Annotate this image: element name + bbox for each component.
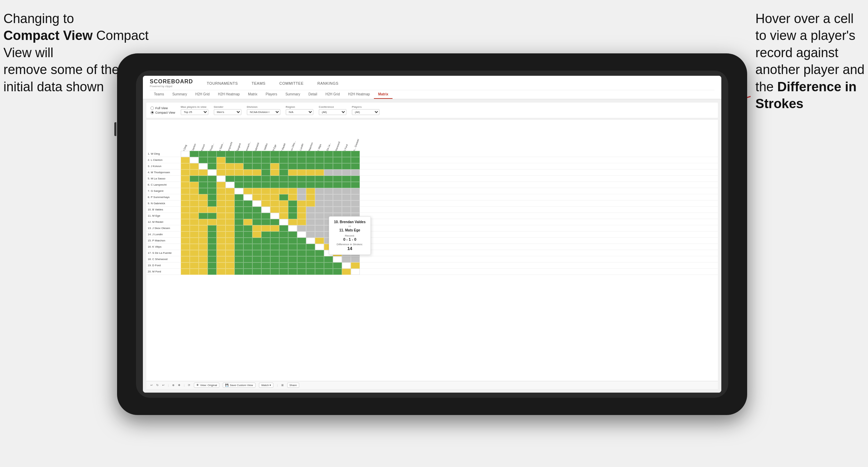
cell-20-7[interactable] [234, 269, 243, 275]
cell-4-19[interactable] [342, 169, 351, 176]
cell-15-6[interactable] [226, 238, 234, 244]
tab-summary-2[interactable]: Summary [281, 90, 304, 99]
cell-17-7[interactable] [234, 250, 243, 256]
cell-12-16[interactable] [315, 219, 324, 225]
cell-8-17[interactable] [324, 194, 333, 200]
cell-16-15[interactable] [306, 244, 315, 250]
cell-9-19[interactable] [342, 200, 351, 207]
cell-13-8[interactable] [243, 225, 252, 231]
cell-17-4[interactable] [208, 250, 217, 256]
cell-13-9[interactable] [252, 225, 261, 231]
cell-5-18[interactable] [333, 176, 342, 182]
cell-5-8[interactable] [243, 176, 252, 182]
cell-15-3[interactable] [199, 238, 208, 244]
cell-19-11[interactable] [270, 262, 279, 269]
cell-20-18[interactable] [333, 269, 342, 275]
cell-17-12[interactable] [279, 250, 288, 256]
compact-view-radio[interactable] [150, 111, 154, 114]
cell-10-19[interactable] [342, 207, 351, 213]
cell-19-13[interactable] [288, 262, 297, 269]
cell-20-3[interactable] [199, 269, 208, 275]
cell-13-1[interactable] [181, 225, 190, 231]
cell-7-11[interactable] [270, 188, 279, 194]
cell-14-8[interactable] [243, 231, 252, 238]
cell-8-3[interactable] [199, 194, 208, 200]
cell-2-10[interactable] [261, 157, 270, 163]
cell-4-20[interactable] [351, 169, 360, 176]
cell-7-2[interactable] [190, 188, 199, 194]
cell-20-19[interactable] [342, 269, 351, 275]
cell-12-3[interactable] [199, 219, 208, 225]
cell-15-7[interactable] [234, 238, 243, 244]
cell-11-15[interactable] [306, 213, 315, 219]
cell-13-4[interactable] [208, 225, 217, 231]
cell-10-16[interactable] [315, 207, 324, 213]
cell-9-20[interactable] [351, 200, 360, 207]
cell-19-14[interactable] [297, 262, 306, 269]
toolbar-back-icon[interactable]: ↩ [162, 384, 165, 387]
cell-6-3[interactable] [199, 182, 208, 188]
cell-12-10[interactable] [261, 219, 270, 225]
cell-6-12[interactable] [279, 182, 288, 188]
cell-11-3[interactable] [199, 213, 208, 219]
cell-4-10[interactable] [261, 169, 270, 176]
cell-15-15[interactable] [306, 238, 315, 244]
cell-5-16[interactable] [315, 176, 324, 182]
toolbar-layout-icon[interactable]: ⊞ [281, 384, 284, 387]
cell-3-4[interactable] [208, 163, 217, 169]
division-select[interactable]: NCAA Division I [247, 109, 280, 115]
cell-1-19[interactable] [342, 151, 351, 157]
cell-3-11[interactable] [270, 163, 279, 169]
cell-16-12[interactable] [279, 244, 288, 250]
cell-20-8[interactable] [243, 269, 252, 275]
cell-3-10[interactable] [261, 163, 270, 169]
cell-19-2[interactable] [190, 262, 199, 269]
cell-11-6[interactable] [226, 213, 234, 219]
cell-8-19[interactable] [342, 194, 351, 200]
cell-7-6[interactable] [226, 188, 234, 194]
cell-2-7[interactable] [234, 157, 243, 163]
cell-12-15[interactable] [306, 219, 315, 225]
cell-4-13[interactable] [288, 169, 297, 176]
cell-7-1[interactable] [181, 188, 190, 194]
cell-16-9[interactable] [252, 244, 261, 250]
cell-2-3[interactable] [199, 157, 208, 163]
cell-2-19[interactable] [342, 157, 351, 163]
cell-2-2[interactable] [190, 157, 199, 163]
cell-17-14[interactable] [297, 250, 306, 256]
cell-12-6[interactable] [226, 219, 234, 225]
cell-13-11[interactable] [270, 225, 279, 231]
cell-19-4[interactable] [208, 262, 217, 269]
save-custom-btn[interactable]: 💾 Save Custom View [223, 383, 255, 388]
cell-18-17[interactable] [324, 256, 333, 262]
cell-7-4[interactable] [208, 188, 217, 194]
cell-9-5[interactable] [217, 200, 226, 207]
cell-9-17[interactable] [324, 200, 333, 207]
cell-10-1[interactable] [181, 207, 190, 213]
cell-19-12[interactable] [279, 262, 288, 269]
cell-13-10[interactable] [261, 225, 270, 231]
cell-11-12[interactable] [279, 213, 288, 219]
compact-view-option[interactable]: Compact View [150, 111, 175, 114]
cell-19-9[interactable] [252, 262, 261, 269]
nav-committee[interactable]: COMMITTEE [279, 80, 304, 87]
cell-7-13[interactable] [288, 188, 297, 194]
toolbar-reset-icon[interactable]: ⟳ [188, 384, 190, 387]
cell-19-10[interactable] [261, 262, 270, 269]
cell-5-12[interactable] [279, 176, 288, 182]
cell-6-1[interactable] [181, 182, 190, 188]
cell-15-16[interactable] [315, 238, 324, 244]
cell-18-3[interactable] [199, 256, 208, 262]
cell-1-5[interactable] [217, 151, 226, 157]
cell-4-14[interactable] [297, 169, 306, 176]
cell-3-8[interactable] [243, 163, 252, 169]
cell-13-15[interactable] [306, 225, 315, 231]
cell-9-14[interactable] [297, 200, 306, 207]
cell-2-13[interactable] [288, 157, 297, 163]
cell-11-5[interactable] [217, 213, 226, 219]
cell-14-4[interactable] [208, 231, 217, 238]
cell-8-18[interactable] [333, 194, 342, 200]
cell-2-17[interactable] [324, 157, 333, 163]
cell-9-13[interactable] [288, 200, 297, 207]
cell-9-6[interactable] [226, 200, 234, 207]
